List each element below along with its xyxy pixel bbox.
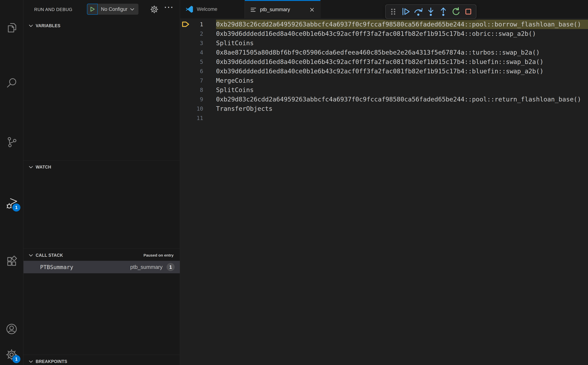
code-text[interactable]: 0xb39d6dddedd16ed8a40ce0b1e6b43c92acf0ff… <box>216 57 588 67</box>
breakpoints-section: BREAKPOINTS <box>23 355 180 365</box>
code-text[interactable]: MergeCoins <box>216 76 588 85</box>
gutter[interactable]: 3 <box>180 38 216 48</box>
activity-item-source-control[interactable] <box>6 136 17 148</box>
line-number: 2 <box>200 29 203 38</box>
line-number: 7 <box>200 76 203 85</box>
breakpoints-section-header[interactable]: BREAKPOINTS <box>23 355 180 365</box>
code-line: 10xb29d83c26cdd2a64959263abbcfc4a6937f0c… <box>180 20 588 29</box>
list-file-icon <box>250 7 257 13</box>
line-number: 10 <box>197 104 203 113</box>
line-number: 9 <box>200 95 203 104</box>
tab-bar: Welcome ptb_summary <box>180 0 588 18</box>
settings-badge: 1 <box>12 355 21 363</box>
gutter[interactable]: 1 <box>180 20 216 29</box>
code-text[interactable]: 0xb39d6dddedd16ed8a40ce0b1e6b43c92acf0ff… <box>216 29 588 38</box>
debug-current-line-arrow-icon <box>182 21 190 27</box>
watch-section-header[interactable]: WATCH <box>23 161 180 171</box>
call-stack-section: CALL STACK Paused on entry PTBSummaryptb… <box>23 248 180 355</box>
frame-location: ptb_summary <box>130 264 163 270</box>
code-line: 3SplitCoins <box>180 38 588 48</box>
line-number: 3 <box>200 38 203 48</box>
breakpoints-section-label: BREAKPOINTS <box>36 359 67 364</box>
chevron-down-icon <box>29 166 33 168</box>
call-stack-status: Paused on entry <box>144 253 174 258</box>
call-stack-frames: PTBSummaryptb_summary1 <box>23 261 180 273</box>
code-line: 20xb39d6dddedd16ed8a40ce0b1e6b43c92acf0f… <box>180 29 588 38</box>
files-icon <box>6 22 17 34</box>
code-line: 90xb29d83c26cdd2a64959263abbcfc4a6937f0c… <box>180 95 588 104</box>
tab-label: ptb_summary <box>260 7 290 13</box>
code-text[interactable] <box>216 113 588 123</box>
sidebar-header: RUN AND DEBUG No Configur <box>23 0 180 19</box>
line-number: 4 <box>200 48 203 57</box>
gutter[interactable]: 9 <box>180 95 216 104</box>
continue-icon <box>401 7 410 16</box>
step-over-icon <box>414 7 423 16</box>
debug-settings-button[interactable] <box>150 5 158 14</box>
code-text[interactable]: 0x8ae871505a80d8bf6bf9c05906cda6edfeea46… <box>216 48 588 57</box>
gutter[interactable]: 6 <box>180 67 216 76</box>
sidebar-title: RUN AND DEBUG <box>34 7 72 12</box>
line-number: 1 <box>200 20 203 29</box>
activity-item-accounts[interactable] <box>6 323 17 335</box>
tab-ptb-summary[interactable]: ptb_summary <box>245 0 320 18</box>
vscode-window: 1 1 RU <box>0 0 588 365</box>
restart-icon <box>451 7 460 16</box>
chevron-down-icon <box>29 254 33 257</box>
debug-toolbar-drag-handle[interactable] <box>387 6 399 17</box>
step-over-button[interactable] <box>412 6 424 17</box>
step-into-button[interactable] <box>425 6 437 17</box>
continue-button[interactable] <box>400 6 412 17</box>
gutter[interactable]: 7 <box>180 76 216 85</box>
line-number: 8 <box>200 85 203 95</box>
gutter[interactable]: 11 <box>180 113 216 123</box>
start-debugging-button[interactable] <box>87 4 98 15</box>
code-line: 50xb39d6dddedd16ed8a40ce0b1e6b43c92acf0f… <box>180 57 588 67</box>
stop-button[interactable] <box>462 6 474 17</box>
step-out-button[interactable] <box>437 6 449 17</box>
activity-bar: 1 1 <box>0 0 23 365</box>
line-number: 11 <box>197 113 203 123</box>
tab-welcome[interactable]: Welcome <box>180 0 245 18</box>
vscode-logo-icon <box>185 5 193 13</box>
stop-icon <box>464 7 473 16</box>
more-actions-button[interactable]: ··· <box>164 3 174 12</box>
extensions-icon <box>6 255 17 267</box>
activity-item-search[interactable] <box>6 77 17 89</box>
code-text[interactable]: 0xb29d83c26cdd2a64959263abbcfc4a6937f0c9… <box>216 20 588 29</box>
code-line: 7MergeCoins <box>180 76 588 85</box>
call-stack-frame[interactable]: PTBSummaryptb_summary1 <box>23 261 180 273</box>
gear-icon <box>150 5 158 14</box>
gutter[interactable]: 10 <box>180 104 216 113</box>
search-icon <box>6 77 17 89</box>
code-editor[interactable]: 10xb29d83c26cdd2a64959263abbcfc4a6937f0c… <box>180 20 588 123</box>
gutter[interactable]: 8 <box>180 85 216 95</box>
step-out-icon <box>439 7 448 16</box>
tab-label: Welcome <box>197 7 217 12</box>
gutter[interactable]: 5 <box>180 57 216 67</box>
code-line: 11 <box>180 113 588 123</box>
code-text[interactable]: TransferObjects <box>216 104 588 113</box>
code-text[interactable]: 0xb29d83c26cdd2a64959263abbcfc4a6937f0c9… <box>216 95 588 104</box>
restart-button[interactable] <box>450 6 462 17</box>
code-text[interactable]: 0xb39d6dddedd16ed8a40ce0b1e6b43c92acf0ff… <box>216 67 588 76</box>
gripper-icon <box>389 7 398 16</box>
code-text[interactable]: SplitCoins <box>216 38 588 48</box>
chevron-down-icon <box>130 8 135 11</box>
activity-item-settings[interactable]: 1 <box>6 349 17 361</box>
chevron-down-icon <box>29 24 33 27</box>
activity-item-extensions[interactable] <box>6 255 17 267</box>
code-text[interactable]: SplitCoins <box>216 85 588 95</box>
line-number: 5 <box>200 57 203 67</box>
configuration-dropdown-value: No Configur <box>101 7 128 12</box>
gutter[interactable]: 2 <box>180 29 216 38</box>
chevron-down-icon <box>29 360 33 363</box>
call-stack-section-label: CALL STACK <box>36 253 63 258</box>
configuration-dropdown[interactable]: No Configur <box>98 4 138 15</box>
variables-section-label: VARIABLES <box>36 23 61 28</box>
close-icon[interactable] <box>309 7 315 13</box>
activity-item-run-and-debug[interactable]: 1 <box>6 197 17 209</box>
activity-item-explorer[interactable] <box>6 22 17 34</box>
variables-section-header[interactable]: VARIABLES <box>23 19 180 29</box>
gutter[interactable]: 4 <box>180 48 216 57</box>
